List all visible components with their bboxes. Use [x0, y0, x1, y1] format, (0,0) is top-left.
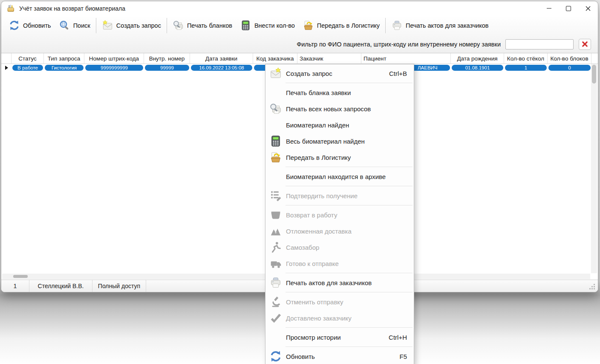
- cell-internal-number: 99999: [145, 65, 189, 71]
- refresh-icon: [9, 20, 20, 31]
- cell-birth-date: 01.08.1901: [452, 65, 503, 71]
- table-header: Статус Тип запроса Номер штрих-кода Внут…: [1, 53, 598, 64]
- window-title: Учёт заявок на возврат биоматериала: [19, 5, 125, 12]
- toolbar-separator: [385, 18, 386, 33]
- menu-separator: [286, 292, 412, 292]
- cell-barcode: 9999999999: [85, 65, 143, 71]
- menu-item-biomaterial-in-archive[interactable]: Биоматериал находится в архиве: [265, 168, 414, 185]
- menu-separator: [286, 273, 412, 273]
- create-request-button[interactable]: Создать запрос: [98, 18, 165, 32]
- menu-item-label: Просмотр истории: [286, 334, 389, 341]
- red-x-icon: [582, 41, 588, 47]
- minimize-icon: [547, 8, 551, 9]
- menu-item-ready-to-ship[interactable]: Готово к отправке: [265, 255, 414, 272]
- menu-item-transfer-logistics[interactable]: Передать в Логистику: [265, 149, 414, 165]
- clear-filter-button[interactable]: [579, 39, 591, 50]
- menu-item-label: Отменить отправку: [286, 298, 414, 306]
- filter-bar: Фильтр по ФИО пациента, штрих-коду или в…: [1, 35, 598, 53]
- print-acts-button[interactable]: Печать актов для заказчиков: [387, 18, 493, 32]
- calculator-icon: [265, 135, 286, 147]
- toolbar-button-label: Печать бланков: [187, 22, 232, 29]
- refresh-button[interactable]: Обновить: [5, 18, 55, 32]
- title-bar: Учёт заявок на возврат биоматериала: [1, 1, 598, 15]
- menu-item-create-request[interactable]: Создать запрос Ctrl+B: [265, 65, 414, 81]
- menu-item-label: Печать актов для заказчиков: [286, 279, 414, 286]
- menu-item-print-acts[interactable]: Печать актов для заказчиков: [265, 274, 414, 291]
- menu-item-label: Создать запрос: [286, 70, 389, 77]
- close-icon: [585, 6, 591, 12]
- menu-separator: [286, 83, 412, 83]
- column-header-birth-date[interactable]: Дата рождения: [451, 53, 504, 64]
- ready-to-ship-icon: [265, 257, 286, 270]
- maximize-button[interactable]: [559, 2, 578, 15]
- toolbar-button-label: Передать в Логистику: [317, 22, 380, 29]
- column-header-status[interactable]: Статус: [12, 53, 44, 64]
- close-button[interactable]: [578, 2, 598, 15]
- column-header-slides-count[interactable]: Кол-во стёкол: [504, 53, 548, 64]
- maximize-icon: [566, 6, 571, 11]
- menu-item-print-request-blank[interactable]: Печать бланка заявки: [265, 84, 414, 101]
- menu-item-confirm-receipt[interactable]: Подтвердить получение: [265, 188, 414, 204]
- menu-item-label: Подтвердить получение: [286, 192, 414, 199]
- menu-item-label: Весь биоматериал найден: [286, 138, 414, 145]
- column-header-customer[interactable]: Заказчик: [297, 53, 361, 64]
- self-pickup-icon: [265, 241, 286, 254]
- column-header-barcode[interactable]: Номер штрих-кода: [84, 53, 144, 64]
- toolbar-button-label: Печать актов для заказчиков: [406, 22, 489, 29]
- menu-item-refresh[interactable]: Обновить F5: [265, 348, 414, 364]
- menu-item-cancel-shipment[interactable]: Отменить отправку: [265, 294, 414, 310]
- column-header-customer-code[interactable]: Код заказчика: [253, 53, 297, 64]
- menu-item-label: Биоматериал найден: [286, 121, 414, 129]
- toolbar-button-label: Обновить: [23, 22, 51, 29]
- column-header-patient[interactable]: Пациент: [361, 53, 451, 64]
- toolbar-separator: [96, 18, 96, 33]
- menu-item-label: Готово к отправке: [286, 260, 414, 267]
- enter-quantity-button[interactable]: Внести кол-во: [236, 18, 299, 32]
- menu-separator: [286, 205, 412, 205]
- menu-item-label: Печать бланка заявки: [286, 89, 414, 96]
- menu-item-view-history[interactable]: Просмотр истории Ctrl+H: [265, 329, 414, 345]
- cell-request-type: Гистология: [45, 65, 84, 71]
- menu-item-label: Печать всех новых запросов: [286, 105, 414, 113]
- status-user-name: Стеллецкий В.В.: [29, 280, 92, 292]
- minimize-button[interactable]: [539, 2, 559, 15]
- menu-item-deferred-delivery[interactable]: Отложенная доставка: [265, 223, 414, 239]
- menu-item-print-all-new-requests[interactable]: Печать всех новых запросов: [265, 101, 414, 117]
- menu-item-label: Самозабор: [286, 244, 414, 251]
- cell-slides-count: 1: [505, 65, 547, 71]
- cell-status: В работе: [12, 65, 43, 71]
- menu-item-return-to-work[interactable]: Возврат в работу: [265, 207, 414, 223]
- create-request-icon: [265, 67, 286, 80]
- menu-item-all-biomaterial-found[interactable]: Весь биоматериал найден: [265, 133, 414, 149]
- resize-grip[interactable]: [589, 284, 595, 290]
- toolbar-separator: [167, 18, 167, 33]
- transfer-logistics-button[interactable]: Передать в Логистику: [299, 18, 384, 32]
- horizontal-scrollbar-thumb[interactable]: [13, 275, 28, 278]
- column-header-request-type[interactable]: Тип запроса: [44, 53, 84, 64]
- printer-icon: [265, 276, 286, 289]
- vertical-scrollbar-thumb[interactable]: [592, 65, 596, 84]
- column-header-blocks-count[interactable]: Кол-во блоков: [548, 53, 591, 64]
- column-header-request-date[interactable]: Дата заявки: [190, 53, 253, 64]
- menu-item-shortcut: Ctrl+H: [389, 334, 407, 341]
- menu-item-shortcut: Ctrl+B: [389, 70, 407, 77]
- vertical-scrollbar[interactable]: [591, 64, 597, 273]
- menu-separator: [286, 167, 412, 167]
- desktop: Учёт заявок на возврат биоматериала Обно…: [0, 0, 600, 364]
- filter-input[interactable]: [505, 39, 574, 49]
- print-blanks-button[interactable]: Печать бланков: [169, 18, 236, 32]
- menu-item-biomaterial-found[interactable]: Биоматериал найден: [265, 117, 414, 133]
- menu-item-self-pickup[interactable]: Самозабор: [265, 239, 414, 255]
- menu-item-delivered-to-customer[interactable]: Доставлено заказчику: [265, 310, 414, 326]
- confirm-receipt-icon: [265, 189, 286, 202]
- printer-icon: [391, 20, 403, 31]
- calculator-icon: [240, 20, 251, 31]
- cancel-shipment-icon: [265, 295, 286, 308]
- return-to-work-icon: [265, 208, 286, 221]
- search-button[interactable]: Поиск: [55, 18, 94, 32]
- menu-item-label: Передать в Логистику: [286, 154, 414, 161]
- logistics-box-icon: [265, 151, 286, 164]
- column-header-internal-number[interactable]: Внутр. номер: [144, 53, 190, 64]
- create-request-icon: [102, 20, 113, 31]
- status-access-level: Полный доступ: [92, 280, 146, 292]
